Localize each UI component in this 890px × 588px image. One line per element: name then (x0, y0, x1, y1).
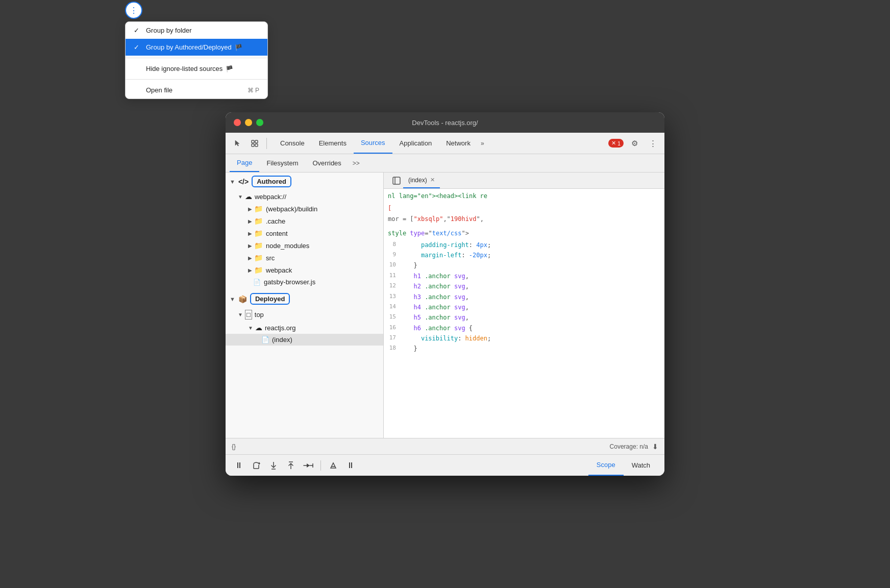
folder-icon: 📁 (254, 217, 263, 225)
svg-rect-1 (252, 144, 254, 146)
subtab-overrides[interactable]: Overrides (306, 154, 349, 172)
traffic-lights (234, 119, 263, 126)
subtab-page[interactable]: Page (230, 154, 259, 172)
tree-item-reactjs-org[interactable]: ▼ ☁ reactjs.org (226, 322, 383, 334)
webpack-root-item[interactable]: ▼ ☁ webpack:// (226, 190, 383, 203)
tab-application[interactable]: Application (392, 133, 439, 154)
error-badge[interactable]: ✕ 1 (608, 139, 624, 148)
subtabs: Page Filesystem Overrides >> ⋮ (226, 154, 664, 173)
authored-arrow: ▼ (230, 179, 235, 185)
folder-icon: 📁 (254, 205, 263, 213)
scope-tab-watch[interactable]: Watch (624, 455, 658, 476)
code-line-13: 13 h3 .anchor svg, (384, 292, 664, 302)
toolbar-tabs: Console Elements Sources Application Net… (273, 133, 487, 154)
settings-icon[interactable]: ⚙ (627, 136, 642, 151)
download-icon: ⬇ (652, 443, 658, 451)
debug-divider (320, 460, 321, 471)
code-tab-label: (index) (408, 177, 427, 184)
cursor-tool-icon[interactable] (230, 136, 245, 151)
html-header-line: nl lang="en"><head><link re (384, 189, 664, 203)
svg-rect-3 (255, 144, 258, 146)
maximize-button[interactable] (256, 119, 263, 126)
close-button[interactable] (234, 119, 241, 126)
blackbox-button[interactable] (326, 458, 340, 473)
coverage-download-button[interactable]: ⬇ (652, 443, 658, 451)
main-toolbar: Console Elements Sources Application Net… (226, 133, 664, 154)
tree-item-top[interactable]: ▼ □ top (226, 308, 383, 322)
cloud-icon: ☁ (245, 192, 252, 201)
code-line-14: 14 h4 .anchor svg, (384, 302, 664, 312)
folder-icon: 📁 (254, 266, 263, 274)
scope-tab-scope[interactable]: Scope (588, 455, 624, 476)
folder-arrow: ▶ (248, 243, 252, 249)
step-over-button[interactable] (249, 458, 263, 473)
js-array-bracket: [ (388, 205, 391, 212)
subtabs-more[interactable]: >> (349, 160, 364, 167)
sidebar-toggle-button[interactable] (390, 174, 403, 187)
minimize-button[interactable] (245, 119, 252, 126)
more-options-icon[interactable]: ⋮ (645, 136, 660, 151)
document-icon: 📄 (261, 336, 269, 344)
folder-arrow: ▶ (248, 206, 252, 212)
svg-rect-4 (393, 177, 400, 184)
async-pause-button[interactable]: ⏸ (343, 458, 358, 473)
tree-item-gatsby-browser[interactable]: 📄 gatsby-browser.js (226, 276, 383, 288)
status-bar: {} Coverage: n/a ⬇ (226, 438, 664, 454)
code-tab-close[interactable]: ✕ (430, 177, 435, 183)
folder-arrow: ▶ (248, 218, 252, 224)
tab-elements[interactable]: Elements (312, 133, 354, 154)
file-panel: ▼ </> Authored ▼ ☁ webpack:// ▶ 📁 (webpa… (226, 173, 384, 438)
scope-tabs: Scope Watch (588, 455, 658, 476)
inspect-icon[interactable] (247, 136, 262, 151)
tree-item-content[interactable]: ▶ 📁 content (226, 227, 383, 239)
error-x-icon: ✕ (611, 140, 616, 146)
tree-item-node-modules[interactable]: ▶ 📁 node_modules (226, 239, 383, 252)
webpack-arrow: ▼ (238, 194, 243, 200)
folder-arrow: ▶ (248, 267, 252, 273)
step-out-button[interactable] (284, 458, 298, 473)
tree-item-cache[interactable]: ▶ 📁 .cache (226, 215, 383, 227)
folder-icon: 📁 (254, 229, 263, 237)
tree-item-webpack[interactable]: ▶ 📁 webpack (226, 264, 383, 276)
debug-toolbar: ⏸ (226, 454, 664, 476)
window-title: DevTools - reactjs.org/ (412, 119, 478, 127)
deployed-section-header[interactable]: ▼ 📦 Deployed (226, 290, 383, 308)
subtab-filesystem[interactable]: Filesystem (259, 154, 305, 172)
svg-rect-2 (255, 140, 258, 143)
coverage-label: Coverage: n/a (610, 443, 648, 450)
code-line-10: 10 } (384, 260, 664, 271)
titlebar: DevTools - reactjs.org/ (226, 112, 664, 133)
authored-section-header[interactable]: ▼ </> Authored (226, 173, 383, 190)
tree-item-index[interactable]: 📄 (index) (226, 334, 383, 346)
code-tab-index[interactable]: (index) ✕ (403, 173, 440, 188)
code-line-18: 18 } (384, 344, 664, 354)
svg-rect-0 (252, 140, 254, 143)
toolbar-divider-1 (266, 138, 267, 149)
folder-arrow: ▶ (248, 255, 252, 261)
html-header-text: nl lang="en"><head><link re (388, 192, 487, 200)
folder-icon: 📁 (254, 241, 263, 250)
format-button[interactable]: {} (232, 443, 236, 450)
code-panel: (index) ✕ nl lang="en"><head><link re [ … (384, 173, 664, 438)
folder-arrow: ▼ (248, 325, 253, 331)
folder-icon: 📁 (254, 254, 263, 262)
tab-network[interactable]: Network (439, 133, 478, 154)
code-tabs: (index) ✕ (384, 173, 664, 189)
tree-item-src[interactable]: ▶ 📁 src (226, 252, 383, 264)
tab-console[interactable]: Console (273, 133, 312, 154)
deployed-label: Deployed (250, 293, 290, 305)
coverage-section: Coverage: n/a ⬇ (610, 443, 658, 451)
js-array-line: [ (384, 203, 664, 213)
deployed-arrow: ▼ (230, 296, 235, 302)
toolbar-more-tabs[interactable]: » (478, 140, 487, 147)
code-line-17: 17 visibility: hidden; (384, 333, 664, 344)
code-line-16: 16 h6 .anchor svg { (384, 323, 664, 333)
step-into-button[interactable] (266, 458, 281, 473)
pause-button[interactable]: ⏸ (232, 458, 246, 473)
folder-arrow: ▼ (238, 312, 243, 317)
step-button[interactable] (301, 458, 315, 473)
code-line-15: 15 h5 .anchor svg, (384, 312, 664, 323)
tab-sources[interactable]: Sources (354, 133, 392, 154)
code-line-12: 12 h2 .anchor svg, (384, 281, 664, 291)
tree-item-buildin[interactable]: ▶ 📁 (webpack)/buildin (226, 203, 383, 215)
